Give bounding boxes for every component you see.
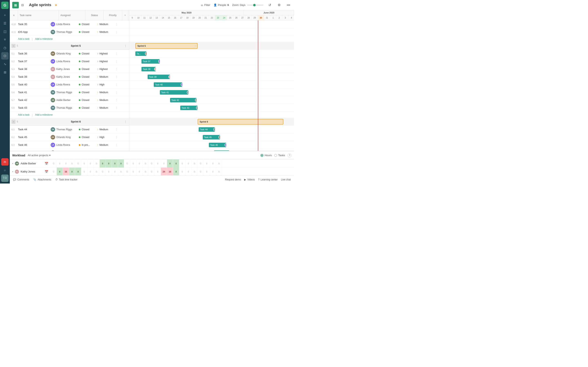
learning-button[interactable]: ? Learning center [258, 178, 278, 181]
gantt-body[interactable]: Sprint 5 → Ta... OK [129, 20, 294, 151]
notification-icon[interactable]: 21 [1, 158, 9, 166]
people-icon[interactable]: ⚇ [1, 52, 9, 59]
request-demo-button[interactable]: Request demo [225, 178, 241, 181]
table-view-button[interactable]: ⊟ [19, 2, 26, 8]
table-row[interactable]: 4.11 iOS App TR Thomas Riggs Closed ↑ [10, 28, 129, 36]
sprint-menu-button-6[interactable]: ⋮ [123, 120, 127, 124]
table-row[interactable]: 5.7 Task 42 AB Addie Barber Closed ↑ M [10, 96, 129, 104]
task42-bar: Task 42 AB [170, 98, 197, 102]
filter-button[interactable]: ⚌ Filter [201, 3, 210, 7]
task-menu[interactable]: ⋮ [114, 136, 119, 139]
table-row[interactable]: 6.1 Task 44 TR Thomas Riggs Closed ↑ M [10, 125, 129, 133]
attachments-button[interactable]: 📎 Attachments [33, 178, 51, 181]
workload-calendar-icon[interactable]: 📅 [45, 170, 48, 173]
task-menu[interactable]: ⋮ [114, 67, 119, 71]
table-row[interactable]: 4.10 Task 35 LR Linda Rivera Closed ↑ [10, 20, 129, 28]
filter-label: Filter [204, 3, 210, 7]
table-row[interactable]: 5.3 Task 38 KJ Kathy Jones Closed ↑ Hi [10, 65, 129, 73]
task-menu[interactable]: ⋮ [114, 83, 119, 86]
workload-section: Workload All active projects ▾ Hours Tas… [10, 151, 294, 175]
comments-button[interactable]: 💬 Comments [13, 178, 29, 181]
sprint-menu-button[interactable]: ⋮ [123, 44, 127, 48]
menu-icon[interactable]: ☰ [1, 20, 9, 27]
day-cell: 16 [172, 15, 178, 20]
task-menu[interactable]: ⋮ [114, 106, 119, 109]
grid-icon[interactable]: ⊞ [1, 68, 9, 76]
user-avatar-icon[interactable]: TR [1, 175, 9, 182]
list-icon[interactable]: ≡ [1, 36, 9, 43]
wl-cell: 0 [179, 167, 185, 175]
task-menu[interactable]: ⋮ [114, 23, 119, 26]
day-cell: 26 [233, 15, 240, 20]
table-row[interactable]: 5.1 Task 36 OK Orlando King Closed ↑ H [10, 50, 129, 58]
gantt-row [129, 112, 294, 118]
day-cell: 24 [221, 15, 227, 20]
task-menu[interactable]: ⋮ [114, 75, 119, 78]
sprint-collapse-button[interactable]: − [11, 44, 16, 48]
table-row[interactable]: 5.5 Task 40 LR Linda Rivera Closed ↑ H [10, 81, 129, 89]
workload-collapse-icon[interactable]: ▾ [12, 162, 13, 165]
day-cell: 18 [184, 15, 190, 20]
task-num: 5.1 [10, 52, 18, 55]
add-task-link[interactable]: Add a task [18, 38, 30, 40]
day-cell: 27 [240, 15, 246, 20]
chart-icon[interactable]: ∿ [1, 60, 9, 68]
tasks-radio[interactable]: Tasks [274, 154, 285, 157]
task-menu[interactable]: ⋮ [114, 60, 119, 63]
folder-icon[interactable]: ◫ [1, 28, 9, 35]
table-row[interactable]: 5.4 Task 39 KJ Kathy Jones Closed ↑ Me [10, 73, 129, 81]
table-row[interactable]: 5.8 Task 43 TR Thomas Riggs Closed ↑ M [10, 104, 129, 112]
help-icon[interactable]: ? [287, 153, 292, 157]
priority-icon: ↑ [97, 136, 99, 139]
add-milestone-link[interactable]: Add a milestone [35, 38, 53, 40]
add-milestone-link[interactable]: Add a milestone [35, 113, 53, 116]
task-list: 4.10 Task 35 LR Linda Rivera Closed ↑ [10, 20, 129, 151]
wl-cell: 0 [149, 159, 155, 167]
task-menu[interactable]: ⋮ [114, 143, 119, 147]
workload-project-dropdown[interactable]: All active projects ▾ [28, 154, 51, 157]
wl-cell: 0 [118, 167, 124, 175]
table-row[interactable]: 6.2 Task 45 OK Orlando King Closed ↑ H [10, 133, 129, 141]
logo-icon[interactable]: G [1, 2, 9, 9]
live-chat-button[interactable]: Live chat [281, 178, 291, 181]
table-row[interactable]: 5.6 Task 41 TR Thomas Riggs Closed ↑ M [10, 89, 129, 96]
workload-collapse-icon[interactable]: ▾ [12, 170, 13, 173]
settings-button[interactable]: ⚙ [276, 2, 282, 8]
add-icon[interactable]: ＋ [1, 11, 9, 19]
table-row[interactable]: 6.4 Task 47 AB Addie Barber In pro... ↑ [10, 149, 129, 151]
task-menu[interactable]: ⋮ [114, 91, 119, 94]
zoom-slider[interactable] [247, 5, 263, 6]
task-name: iOS App [18, 30, 51, 33]
people-button[interactable]: 👤 People 6 [214, 3, 229, 7]
time-tracker-button[interactable]: ⏱ Task time tracker [55, 178, 78, 181]
gantt-row: Task 42 AB [129, 96, 294, 104]
task-menu[interactable]: ⋮ [114, 52, 119, 55]
star-icon[interactable]: ★ [54, 3, 57, 7]
add-column-button[interactable]: ＋ [122, 10, 128, 20]
task-menu[interactable]: ⋮ [114, 30, 119, 34]
task44-avatar: TR [213, 128, 215, 131]
wl-cell: 0 [81, 159, 87, 167]
table-row[interactable]: 6.3 Task 46 LR Linda Rivera In pro... ↑ [10, 141, 129, 149]
task-menu[interactable]: ⋮ [114, 99, 119, 102]
wl-cell: 0 [198, 167, 204, 175]
add-task-link[interactable]: Add a task [18, 113, 30, 116]
hours-radio[interactable]: Hours [260, 154, 272, 157]
task-assigned: LR Linda Rivera [51, 59, 77, 64]
task-name: Task 35 [18, 23, 51, 26]
clock-icon[interactable]: ◷ [1, 44, 9, 51]
task-menu[interactable]: ⋮ [114, 128, 119, 131]
priority-icon: ↑ [97, 91, 99, 94]
task-priority: ↑ Medium [95, 106, 114, 109]
gantt-view-button[interactable]: ▦ [12, 2, 19, 8]
wl-cell: 0 [216, 159, 222, 167]
sprint5-bar: Sprint 5 → [135, 43, 198, 49]
day-cell: 13 [154, 15, 160, 20]
videos-button[interactable]: ▶ Videos [244, 178, 255, 181]
more-button[interactable]: ••• [285, 2, 292, 8]
search-icon[interactable]: ⌕ [1, 166, 9, 174]
sprint-collapse-button-6[interactable]: − [11, 120, 16, 124]
workload-calendar-icon[interactable]: 📅 [45, 162, 48, 165]
table-row[interactable]: 5.2 Task 37 LR Linda Rivera Closed ↑ H [10, 58, 129, 65]
history-button[interactable]: ↺ [267, 2, 273, 8]
